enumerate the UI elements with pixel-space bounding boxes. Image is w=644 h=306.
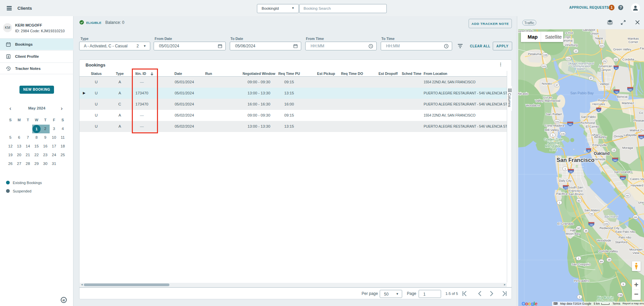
svg-text:280: 280 [569,171,573,173]
svg-text:San Mateo: San Mateo [584,208,600,212]
svg-text:Hercules: Hercules [592,102,605,106]
svg-text:s Hot: s Hot [566,31,573,35]
svg-text:1: 1 [565,167,566,170]
svg-text:Area: Area [550,148,557,151]
svg-text:1: 1 [579,296,580,299]
svg-text:1: 1 [578,257,579,260]
svg-text:1: 1 [559,201,560,204]
svg-text:880: 880 [621,177,625,180]
svg-text:280: 280 [564,187,568,189]
svg-text:Big Basin: Big Basin [597,296,614,300]
svg-text:580: 580 [569,123,572,126]
svg-text:37: 37 [555,84,558,87]
svg-text:121: 121 [566,57,571,60]
svg-text:35: 35 [585,229,587,232]
svg-text:Petaluma: Petaluma [528,52,542,56]
svg-text:Stanford: Stanford [615,240,627,244]
svg-text:80: 80 [615,67,618,70]
svg-text:Salvador: Salvador [583,29,595,32]
svg-text:Lafayette: Lafayette [624,133,637,137]
svg-text:San Francisco: San Francisco [557,157,595,163]
svg-text:Green Valley: Green Valley [613,47,631,51]
svg-text:101: 101 [604,222,608,225]
svg-text:Napa: Napa [595,36,603,40]
svg-text:Mill Valley: Mill Valley [545,128,559,132]
svg-text:Pleasant: Pleasant [634,119,644,122]
svg-text:Moraga: Moraga [622,146,633,149]
svg-text:Woodside: Woodside [597,238,611,242]
svg-text:Orinda: Orinda [614,134,624,138]
svg-text:Daly City: Daly City [559,179,572,182]
svg-text:Castro Vall: Castro Vall [630,177,644,181]
svg-text:Alameda: Alameda [593,157,605,161]
svg-text:12: 12 [575,50,577,53]
svg-text:Rodeo: Rodeo [598,98,607,102]
svg-text:El Cerrito: El Cerrito [586,125,599,128]
svg-text:Moon Bay: Moon Bay [566,232,580,235]
svg-text:Hayward: Hayward [631,183,643,187]
svg-text:Station: Station [577,67,586,71]
svg-text:92: 92 [590,212,593,215]
svg-text:Pescadero: Pescadero [574,279,589,282]
svg-text:580: 580 [613,159,617,162]
svg-text:780: 780 [615,91,619,93]
svg-text:116: 116 [543,53,547,56]
svg-text:American: American [599,64,612,68]
svg-text:82: 82 [578,199,580,202]
svg-text:East Palo Alto: East Palo Alto [615,230,635,233]
svg-text:84: 84 [600,260,603,263]
svg-text:37: 37 [590,77,592,80]
svg-text:Bair Island: Bair Island [604,215,618,218]
svg-text:Vineburg: Vineburg [565,43,578,47]
svg-text:Palo Alto: Palo Alto [619,235,631,239]
svg-text:Oakland: Oakland [594,151,609,156]
svg-text:ngs: ngs [565,35,571,39]
svg-text:Redwood City: Redwood City [599,226,619,230]
svg-text:View: View [633,251,640,255]
svg-text:Union: Union [638,201,644,204]
svg-text:92: 92 [626,194,629,197]
svg-text:Emeryville: Emeryville [592,143,607,147]
svg-text:1: 1 [552,134,553,137]
svg-text:Union: Union [591,32,599,35]
svg-text:680: 680 [640,136,643,139]
svg-text:13: 13 [612,149,615,152]
svg-text:Novato: Novato [542,82,552,85]
svg-text:El Granada: El Granada [557,222,574,225]
svg-text:221: 221 [600,44,604,47]
svg-text:San Leandro: San Leandro [614,170,632,174]
svg-text:Nicasio: Nicasio [518,92,529,95]
svg-text:84: 84 [634,216,637,219]
svg-text:Benicia: Benicia [617,95,628,98]
svg-text:San Rafael: San Rafael [546,112,561,116]
svg-text:Corte Madera: Corte Madera [545,124,565,127]
svg-text:San Pablo Bay: San Pablo Bay [570,91,594,95]
svg-text:San Pablo: San Pablo [581,115,596,119]
svg-text:92: 92 [577,227,580,230]
svg-text:Fair: Fair [640,46,644,50]
svg-text:Pacifica: Pacifica [556,192,568,195]
svg-text:80: 80 [597,109,600,112]
svg-text:131: 131 [561,132,565,135]
svg-text:280: 280 [590,224,593,226]
svg-text:29: 29 [603,60,606,63]
svg-text:680: 680 [629,89,632,91]
svg-text:Martinez: Martinez [622,101,634,105]
svg-text:Berkeley: Berkeley [594,135,607,139]
svg-text:236: 236 [618,294,623,297]
svg-text:80: 80 [587,150,590,152]
svg-text:9: 9 [623,283,624,286]
svg-text:101: 101 [555,120,559,123]
svg-text:Richmond: Richmond [581,121,595,125]
svg-text:Vallejo: Vallejo [600,82,609,86]
svg-text:San Gregorio: San Gregorio [572,262,591,266]
svg-text:Corner: Corner [628,40,638,44]
svg-text:35: 35 [608,258,610,261]
svg-text:Valley-Marinwood: Valley-Marinwood [535,99,560,102]
svg-text:Walnut Cr: Walnut Cr [630,128,644,132]
svg-text:Co: Co [639,111,643,115]
svg-text:101: 101 [542,65,546,68]
svg-text:Portola Valley: Portola Valley [598,249,618,253]
svg-text:Canyon: Canyon [600,68,611,72]
svg-text:San Bruno: San Bruno [569,192,584,196]
